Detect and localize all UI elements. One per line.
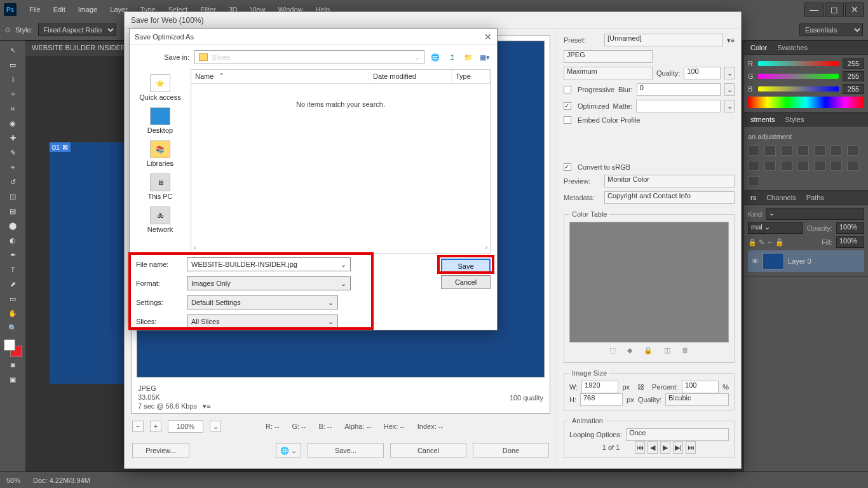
up-icon[interactable]: ↥ [446,51,458,63]
wand-tool-icon[interactable]: ✧ [4,87,22,101]
crop-tool-icon[interactable]: ⌗ [4,102,22,116]
color-table[interactable] [569,222,729,342]
quickmask-icon[interactable]: ◙ [4,358,22,372]
preview-button[interactable]: Preview... [132,443,189,458]
format-select[interactable]: JPEG [564,50,653,63]
adj-invert-icon[interactable] [797,161,809,171]
adj-grad-icon[interactable] [847,161,858,171]
document-tab[interactable]: WEBSITE BUILDER INSIDER. [25,41,134,56]
quality-value[interactable]: 100 [684,67,721,79]
slices-select[interactable]: All Slices⌄ [187,315,338,329]
kind-filter[interactable]: ⌄ [766,208,864,220]
percent-input[interactable]: 100 [682,381,719,393]
zoom-field[interactable]: 100% [168,420,203,433]
progressive-checkbox[interactable] [564,86,571,93]
tab-swatches[interactable]: Swatches [775,43,810,53]
view-menu-icon[interactable]: ▦▾ [479,51,491,63]
anim-last-icon[interactable]: ⏭ [686,441,696,454]
fill-value[interactable]: 100% [836,236,864,248]
menu-edit[interactable]: Edit [47,6,72,13]
maximize-button[interactable]: ◻ [825,3,844,17]
hand-tool-icon[interactable]: ✋ [4,306,22,320]
looping-select[interactable]: Once [626,428,729,441]
spectrum-bar[interactable] [748,97,864,108]
adj-exposure-icon[interactable] [797,146,809,156]
file-list[interactable]: Name ˄ Date modified Type No items match… [191,69,491,254]
adj-brightness-icon[interactable] [748,146,759,156]
metadata-select[interactable]: Copyright and Contact Info [604,191,735,204]
anim-play-icon[interactable]: ▶ [660,441,670,454]
matte-chevron-icon[interactable]: ⌄ [724,100,735,112]
format-select[interactable]: Images Only⌄ [187,276,351,290]
filename-input[interactable]: WEBSITE-BUILDER-INSIDER.jpg⌄ [187,257,351,271]
blur-value[interactable]: 0 [637,83,721,96]
b-value[interactable]: 255 [843,84,864,94]
ct-icon-2[interactable]: ◆ [627,346,632,355]
layer-row[interactable]: 👁 Layer 0 [748,250,864,272]
ct-icon-4[interactable]: ◫ [664,346,670,355]
resample-select[interactable]: Bicubic [665,393,729,406]
tab-styles[interactable]: Styles [783,114,807,125]
anim-prev-icon[interactable]: ◀ [648,441,658,454]
eyedropper-tool-icon[interactable]: ◉ [4,116,22,130]
browser-preview-button[interactable]: 🌐 ⌄ [276,443,301,458]
optimized-checkbox[interactable] [564,102,571,110]
col-date[interactable]: Date modified [369,70,452,83]
r-value[interactable]: 255 [843,58,864,69]
anim-next-icon[interactable]: ▶| [673,441,683,454]
visibility-icon[interactable]: 👁 [752,257,759,265]
type-tool-icon[interactable]: T [4,262,22,276]
zoom-in-button[interactable]: + [150,421,161,432]
g-slider[interactable] [758,74,839,79]
tab-layers[interactable]: rs [748,193,759,203]
link-icon[interactable]: ⛓ [637,383,644,391]
blend-mode[interactable]: mal ⌄ [748,222,803,234]
place-network[interactable]: 🖧Network [147,207,173,233]
move-tool-icon[interactable]: ↖ [4,43,22,57]
embed-checkbox[interactable] [564,116,571,124]
layer-name[interactable]: Layer 0 [788,257,811,265]
height-input[interactable]: 768 [580,393,623,406]
place-desktop[interactable]: Desktop [147,107,173,134]
stamp-tool-icon[interactable]: ⌖ [4,160,22,174]
eraser-tool-icon[interactable]: ◫ [4,189,22,203]
tab-channels[interactable]: Channels [764,193,798,203]
adj-hue-icon[interactable] [831,146,842,156]
adj-levels-icon[interactable] [764,146,776,156]
tab-adjustments[interactable]: stments [748,114,778,125]
r-slider[interactable] [758,61,839,66]
color-swatches[interactable] [4,339,22,357]
adj-vib-icon[interactable] [814,146,825,156]
tab-color[interactable]: Color [748,43,770,53]
settings-select[interactable]: Default Settings⌄ [187,295,338,309]
newfolder-icon[interactable]: 📁 [463,51,474,63]
preset-select[interactable]: [Unnamed] [604,34,723,46]
anim-first-icon[interactable]: ⏮ [635,441,645,454]
adj-sel-icon[interactable] [748,176,759,186]
menu-file[interactable]: File [23,6,47,13]
back-icon[interactable]: 🌐 [430,51,441,63]
soa-close-button[interactable]: ✕ [484,32,492,42]
adj-curves-icon[interactable] [781,146,792,156]
ct-icon-1[interactable]: ⬚ [609,346,616,355]
brush-tool-icon[interactable]: ✎ [4,146,22,159]
workspace-select[interactable]: Essentials [799,24,863,36]
sfw-cancel-button[interactable]: Cancel [390,443,466,458]
status-zoom[interactable]: 50% [6,477,20,484]
zoom-out-button[interactable]: − [132,421,144,432]
scroll-left-icon[interactable]: ‹ [194,243,196,251]
col-name[interactable]: Name ˄ [191,70,369,83]
marquee-tool-icon[interactable]: ▭ [4,58,22,72]
adj-lookup-icon[interactable] [781,161,792,171]
opacity-value[interactable]: 100% [836,222,864,234]
adj-poster-icon[interactable] [814,161,825,171]
ct-icon-5[interactable]: 🗑 [682,346,689,355]
matte-swatch[interactable] [636,100,721,112]
adj-photo-icon[interactable] [748,161,759,171]
quality-chevron-icon[interactable]: ⌄ [724,67,735,79]
quality-mode[interactable]: Maximum [564,67,653,79]
style-select[interactable]: Fixed Aspect Ratio [38,24,116,36]
place-this-pc[interactable]: 🖥This PC [147,173,172,200]
pen-tool-icon[interactable]: ✒ [4,248,22,262]
history-brush-icon[interactable]: ↺ [4,175,22,189]
